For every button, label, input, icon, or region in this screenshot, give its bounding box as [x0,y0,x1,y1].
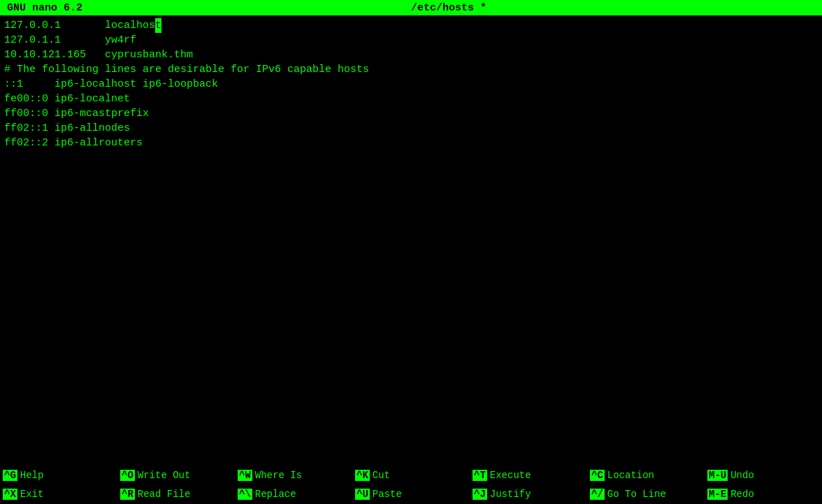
shortcut-label: Redo [730,489,754,500]
shortcut-item[interactable]: ^J Justify [470,485,587,504]
shortcut-item[interactable]: ^O Write Out [117,466,235,484]
shortcut-label: Location [607,470,654,481]
shortcut-item[interactable]: ^K Cut [352,466,470,484]
shortcut-label: Justify [490,489,531,500]
shortcut-label: Where Is [255,470,302,481]
shortcut-label: Undo [730,470,754,481]
editor-area[interactable]: 127.0.0.1 localhost127.0.1.1 yw4rf10.10.… [0,15,822,466]
shortcut-item[interactable]: ^T Execute [470,466,587,484]
editor-line: 127.0.0.1 localhost [4,18,818,33]
shortcut-item[interactable]: ^/ Go To Line [587,485,705,504]
shortcut-label: Write Out [138,470,191,481]
shortcut-label: Replace [255,489,296,500]
editor-lines: 127.0.0.1 localhost127.0.1.1 yw4rf10.10.… [4,18,818,150]
shortcut-key: ^/ [590,489,605,500]
shortcut-key: ^C [590,470,605,481]
editor-line: ff00::0 ip6-mcastprefix [4,106,818,121]
app-title: GNU nano 6.2 [7,2,82,14]
shortcut-item[interactable]: ^W Where Is [235,466,352,484]
shortcut-key: ^J [473,489,487,500]
shortcut-item-redo[interactable]: M-E Redo [705,485,822,504]
shortcut-item[interactable]: ^R Read File [117,485,235,504]
shortcut-key: ^X [3,489,17,500]
shortcut-label: Exit [20,489,44,500]
shortcut-item[interactable]: ^\ Replace [235,485,352,504]
cursor: t [155,18,161,33]
shortcut-item[interactable]: ^C Location [587,466,705,484]
editor-line: ff02::2 ip6-allrouters [4,136,818,150]
shortcut-item-undo[interactable]: M-U Undo [705,466,822,484]
shortcut-key: ^\ [238,489,252,500]
file-title: /etc/hosts * [411,2,486,14]
shortcut-key: ^W [238,470,252,481]
shortcut-bar: ^G Help^O Write Out^W Where Is^K Cut^T E… [0,466,822,504]
shortcut-key: ^T [473,470,487,481]
shortcut-item[interactable]: ^X Exit [0,485,117,504]
shortcut-key: ^K [355,470,370,481]
editor-line: fe00::0 ip6-localnet [4,92,818,106]
editor-line: ::1 ip6-localhost ip6-loopback [4,77,818,92]
editor-line: ff02::1 ip6-allnodes [4,121,818,136]
shortcut-key: M-E [707,489,728,500]
shortcut-label: Cut [373,470,390,481]
shortcut-label: Paste [373,489,402,500]
shortcut-row-2: ^X Exit^R Read File^\ Replace^U Paste^J … [0,485,822,505]
editor-line: 10.10.121.165 cyprusbank.thm [4,48,818,62]
shortcut-label: Go To Line [607,489,666,500]
shortcut-item[interactable]: ^U Paste [352,485,470,504]
shortcut-row-1: ^G Help^O Write Out^W Where Is^K Cut^T E… [0,466,822,485]
shortcut-key: ^R [120,489,135,500]
editor-line: # The following lines are desirable for … [4,62,818,77]
editor-line: 127.0.1.1 yw4rf [4,33,818,48]
shortcut-key: ^O [120,470,135,481]
shortcut-label: Help [20,470,44,481]
shortcut-label: Execute [490,470,531,481]
shortcut-key: ^G [3,470,17,481]
shortcut-key: ^U [355,489,370,500]
shortcut-key: M-U [707,470,728,481]
shortcut-item[interactable]: ^G Help [0,466,117,484]
shortcut-label: Read File [138,489,191,500]
title-bar: GNU nano 6.2 /etc/hosts * [0,0,822,15]
